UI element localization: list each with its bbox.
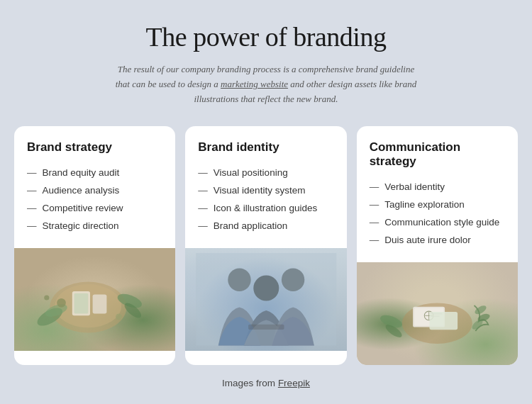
list-item: Visual positioning bbox=[198, 164, 333, 182]
svg-point-11 bbox=[45, 296, 50, 301]
freepik-link[interactable]: Freepik bbox=[278, 378, 310, 388]
svg-rect-4 bbox=[93, 295, 107, 314]
card-brand-identity-image bbox=[185, 248, 346, 365]
list-item: Brand equity audit bbox=[27, 164, 162, 182]
card-communication-strategy-list: Verbal identity Tagline exploration Comm… bbox=[370, 179, 505, 249]
page-title: The power of branding bbox=[146, 21, 387, 52]
list-item: Visual identity system bbox=[198, 182, 333, 200]
list-item: Icon & illustration guides bbox=[198, 200, 333, 218]
list-item: Duis aute irure dolor bbox=[370, 232, 505, 249]
list-item: Communication style guide bbox=[370, 214, 505, 232]
page-subtitle: The result of our company branding proce… bbox=[113, 62, 419, 106]
list-item: Verbal identity bbox=[370, 179, 505, 196]
card-brand-strategy-title: Brand strategy bbox=[27, 140, 162, 155]
list-item: Competitive review bbox=[27, 200, 162, 218]
card-brand-identity-title: Brand identity bbox=[198, 140, 333, 155]
svg-point-15 bbox=[282, 269, 304, 291]
card-brand-strategy-image bbox=[14, 248, 175, 365]
svg-point-13 bbox=[228, 269, 250, 291]
card-brand-identity-list: Visual positioning Visual identity syste… bbox=[198, 164, 333, 235]
list-item: Strategic direction bbox=[27, 218, 162, 235]
card-communication-strategy-title: Communication strategy bbox=[370, 140, 505, 169]
marketing-website-link[interactable]: marketing website bbox=[221, 79, 288, 89]
svg-point-10 bbox=[116, 314, 122, 320]
svg-point-14 bbox=[253, 276, 279, 301]
svg-point-9 bbox=[57, 298, 67, 308]
card-brand-identity: Brand identity Visual positioning Visual… bbox=[185, 126, 346, 365]
footer: Images from Freepik bbox=[222, 378, 310, 388]
svg-rect-16 bbox=[248, 325, 284, 330]
card-communication-image bbox=[357, 262, 518, 365]
list-item: Audience analysis bbox=[27, 182, 162, 200]
svg-rect-25 bbox=[430, 312, 458, 330]
card-brand-strategy-list: Brand equity audit Audience analysis Com… bbox=[27, 164, 162, 235]
svg-rect-3 bbox=[74, 293, 89, 314]
card-communication-strategy: Communication strategy Verbal identity T… bbox=[357, 126, 518, 365]
list-item: Tagline exploration bbox=[370, 196, 505, 214]
card-brand-strategy: Brand strategy Brand equity audit Audien… bbox=[14, 126, 175, 365]
list-item: Brand application bbox=[198, 218, 333, 235]
cards-row: Brand strategy Brand equity audit Audien… bbox=[14, 126, 518, 365]
